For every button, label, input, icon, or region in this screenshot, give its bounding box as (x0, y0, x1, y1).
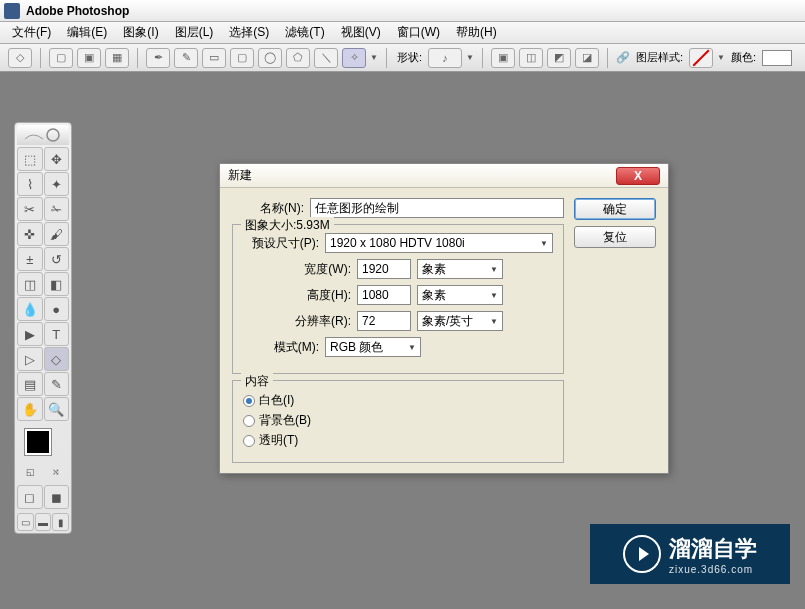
dialog-titlebar[interactable]: 新建 X (220, 164, 668, 188)
dialog-title: 新建 (228, 167, 616, 184)
radio-transparent[interactable]: 透明(T) (243, 432, 553, 449)
menu-file[interactable]: 文件(F) (4, 22, 59, 43)
link-icon[interactable]: 🔗 (616, 48, 630, 68)
magic-wand-tool-icon[interactable]: ✦ (44, 172, 70, 196)
dodge-tool-icon[interactable]: ● (44, 297, 70, 321)
menu-edit[interactable]: 编辑(E) (59, 22, 115, 43)
optionbar: ◇ ▢ ▣ ▦ ✒ ✎ ▭ ▢ ◯ ⬠ ＼ ✧ ▼ 形状: ♪ ▼ ▣ ◫ ◩ … (0, 44, 805, 72)
pen-icon[interactable]: ✒ (146, 48, 170, 68)
path-select-tool-icon[interactable]: ▶ (17, 322, 43, 346)
ellipse-shape-icon[interactable]: ◯ (258, 48, 282, 68)
preset-label: 预设尺寸(P): (243, 235, 319, 252)
freeform-pen-icon[interactable]: ✎ (174, 48, 198, 68)
color-label: 颜色: (731, 50, 756, 65)
color-swatch[interactable] (762, 50, 792, 66)
close-button[interactable]: X (616, 167, 660, 185)
hand-tool-icon[interactable]: ✋ (17, 397, 43, 421)
radio-white[interactable]: 白色(I) (243, 392, 553, 409)
quick-mask-mode-icon[interactable]: ◼ (44, 485, 70, 509)
healing-brush-tool-icon[interactable]: ✜ (17, 222, 43, 246)
resolution-label: 分辨率(R): (243, 313, 351, 330)
workspace: ⬚ ✥ ⌇ ✦ ✂ ✁ ✜ 🖌 ± ↺ ◫ ◧ 💧 ● ▶ T ▷ ◇ ▤ ✎ … (0, 72, 805, 609)
shape-picker[interactable]: ♪ (428, 48, 462, 68)
combine-exclude-icon[interactable]: ◪ (575, 48, 599, 68)
marquee-tool-icon[interactable]: ⬚ (17, 147, 43, 171)
chevron-down-icon: ▼ (490, 291, 498, 300)
radio-icon (243, 435, 255, 447)
combine-intersect-icon[interactable]: ◩ (547, 48, 571, 68)
menu-window[interactable]: 窗口(W) (389, 22, 448, 43)
layer-style-label: 图层样式: (636, 50, 683, 65)
menu-image[interactable]: 图象(I) (115, 22, 166, 43)
shape-tool-icon[interactable]: ◇ (44, 347, 70, 371)
name-label: 名称(N): (232, 200, 304, 217)
crop-tool-icon[interactable]: ✂ (17, 197, 43, 221)
polygon-shape-icon[interactable]: ⬠ (286, 48, 310, 68)
stamp-tool-icon[interactable]: ± (17, 247, 43, 271)
radio-bgcolor[interactable]: 背景色(B) (243, 412, 553, 429)
zoom-tool-icon[interactable]: 🔍 (44, 397, 70, 421)
notes-tool-icon[interactable]: ▤ (17, 372, 43, 396)
path-mode-icon[interactable]: ▣ (77, 48, 101, 68)
combine-add-icon[interactable]: ▣ (491, 48, 515, 68)
blur-tool-icon[interactable]: 💧 (17, 297, 43, 321)
type-tool-icon[interactable]: T (44, 322, 70, 346)
menu-view[interactable]: 视图(V) (333, 22, 389, 43)
foreground-color-swatch[interactable] (25, 429, 51, 455)
menu-layer[interactable]: 图层(L) (167, 22, 222, 43)
gradient-tool-icon[interactable]: ◧ (44, 272, 70, 296)
custom-shape-icon[interactable]: ✧ (342, 48, 366, 68)
fill-pixels-mode-icon[interactable]: ▦ (105, 48, 129, 68)
ok-button[interactable]: 确定 (574, 198, 656, 220)
toolbox: ⬚ ✥ ⌇ ✦ ✂ ✁ ✜ 🖌 ± ↺ ◫ ◧ 💧 ● ▶ T ▷ ◇ ▤ ✎ … (14, 122, 72, 534)
app-icon (4, 3, 20, 19)
chevron-down-icon: ▼ (490, 265, 498, 274)
resolution-input[interactable] (357, 311, 411, 331)
name-input[interactable] (310, 198, 564, 218)
screen-fullmenu-icon[interactable]: ▬ (35, 513, 52, 531)
watermark-title: 溜溜自学 (669, 534, 757, 564)
color-picker[interactable] (17, 425, 69, 465)
combine-subtract-icon[interactable]: ◫ (519, 48, 543, 68)
rounded-rect-shape-icon[interactable]: ▢ (230, 48, 254, 68)
layer-style-picker[interactable] (689, 48, 713, 68)
width-unit-select[interactable]: 象素 ▼ (417, 259, 503, 279)
brush-tool-icon[interactable]: 🖌 (44, 222, 70, 246)
menu-select[interactable]: 选择(S) (221, 22, 277, 43)
watermark-url: zixue.3d66.com (669, 564, 757, 575)
reset-button[interactable]: 复位 (574, 226, 656, 248)
standard-mode-icon[interactable]: ◻ (17, 485, 43, 509)
preset-select[interactable]: 1920 x 1080 HDTV 1080i ▼ (325, 233, 553, 253)
width-label: 宽度(W): (243, 261, 351, 278)
rectangle-shape-icon[interactable]: ▭ (202, 48, 226, 68)
line-shape-icon[interactable]: ＼ (314, 48, 338, 68)
chevron-down-icon: ▼ (490, 317, 498, 326)
mode-select[interactable]: RGB 颜色 ▼ (325, 337, 421, 357)
resolution-unit-select[interactable]: 象素/英寸 ▼ (417, 311, 503, 331)
slice-tool-icon[interactable]: ✁ (44, 197, 70, 221)
width-input[interactable] (357, 259, 411, 279)
lasso-tool-icon[interactable]: ⌇ (17, 172, 43, 196)
default-colors-icon[interactable]: ◱ (26, 467, 35, 481)
menu-filter[interactable]: 滤镜(T) (277, 22, 332, 43)
menu-help[interactable]: 帮助(H) (448, 22, 505, 43)
eraser-tool-icon[interactable]: ◫ (17, 272, 43, 296)
history-brush-tool-icon[interactable]: ↺ (44, 247, 70, 271)
height-label: 高度(H): (243, 287, 351, 304)
eyedropper-tool-icon[interactable]: ✎ (44, 372, 70, 396)
shape-layer-mode-icon[interactable]: ▢ (49, 48, 73, 68)
tool-preset-icon[interactable]: ◇ (8, 48, 32, 68)
image-size-fieldset: 图象大小:5.93M 预设尺寸(P): 1920 x 1080 HDTV 108… (232, 224, 564, 374)
toolbox-header[interactable] (17, 125, 69, 145)
screen-full-icon[interactable]: ▮ (52, 513, 69, 531)
screen-standard-icon[interactable]: ▭ (17, 513, 34, 531)
radio-icon (243, 415, 255, 427)
play-circle-icon (623, 535, 661, 573)
height-unit-select[interactable]: 象素 ▼ (417, 285, 503, 305)
chevron-down-icon: ▼ (540, 239, 548, 248)
pen-tool-icon[interactable]: ▷ (17, 347, 43, 371)
image-size-legend: 图象大小:5.93M (241, 217, 334, 234)
swap-colors-icon[interactable]: ⤭ (52, 467, 60, 481)
move-tool-icon[interactable]: ✥ (44, 147, 70, 171)
height-input[interactable] (357, 285, 411, 305)
